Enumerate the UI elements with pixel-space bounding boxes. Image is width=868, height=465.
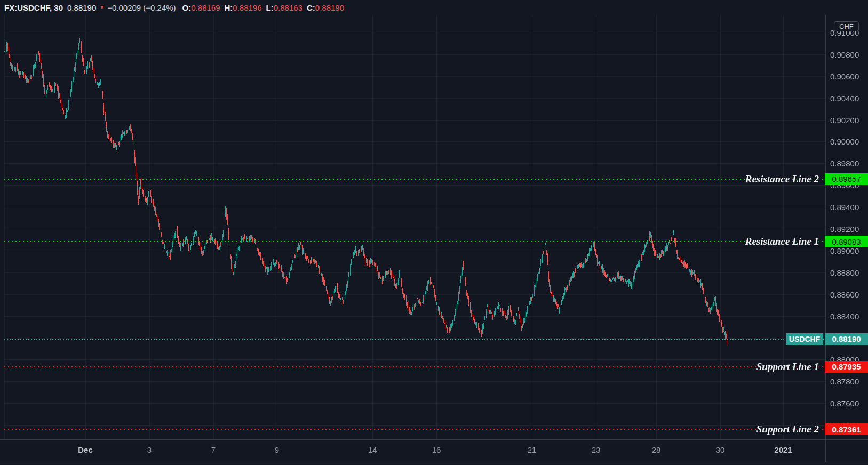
- last-price: 0.88190: [67, 3, 96, 12]
- resistance-line-1-label[interactable]: Resistance Line 1: [745, 236, 819, 247]
- price-change: −0.00209 (−0.24%): [107, 3, 176, 12]
- symbol-info-bar: FX:USDCHF, 30 0.88190 ▼ −0.00209 (−0.24%…: [0, 0, 868, 15]
- price-tick-label: 0.89800: [830, 159, 859, 168]
- time-tick-label-dec: Dec: [78, 445, 93, 454]
- price-tick-label: 0.89200: [830, 225, 859, 234]
- price-tick-label: 0.90400: [830, 93, 859, 102]
- support-line-1-label[interactable]: Support Line 1: [756, 360, 819, 372]
- price-tick-label: 0.88800: [830, 268, 859, 277]
- time-tick-label-23: 23: [592, 445, 601, 454]
- resistance-line-1-line[interactable]: [4, 241, 825, 242]
- time-tick-label-16: 16: [432, 445, 441, 454]
- support-line-2-price-tag: 0.87361: [825, 423, 868, 435]
- time-tick-label-7: 7: [211, 445, 216, 454]
- time-tick-label-3: 3: [147, 445, 152, 454]
- price-tick-label: 0.88600: [830, 290, 859, 299]
- price-tick-label: 0.89400: [830, 203, 859, 212]
- current-price-line: [4, 339, 825, 340]
- time-tick-label-30: 30: [716, 445, 725, 454]
- price-tick-label: 0.90000: [830, 137, 859, 146]
- time-tick-label-28: 28: [652, 445, 661, 454]
- symbol-name-tag: USDCHF: [786, 333, 823, 345]
- symbol-title[interactable]: FX:USDCHF, 30: [4, 3, 63, 12]
- ohlc-values: O:0.88169H:0.88196L:0.88163C:0.88190: [178, 3, 344, 12]
- price-tick-label: 0.90800: [830, 50, 859, 59]
- support-line-2-line[interactable]: [4, 429, 825, 430]
- current-price-tag: 0.88190: [825, 333, 868, 345]
- price-tick-label: 0.88400: [830, 311, 859, 320]
- time-tick-label-2021: 2021: [774, 445, 792, 454]
- ohlc-value-l: 0.88163: [274, 3, 302, 12]
- price-tick-label: 0.87800: [830, 377, 859, 386]
- ohlc-value-h: 0.88196: [233, 3, 261, 12]
- support-line-2-label[interactable]: Support Line 2: [756, 423, 819, 435]
- ohlc-label-l: L:: [266, 3, 274, 12]
- ohlc-label-c: C:: [307, 3, 315, 12]
- time-tick-label-14: 14: [368, 445, 377, 454]
- ohlc-label-h: H:: [225, 3, 233, 12]
- price-tick-label: 0.90200: [830, 115, 859, 124]
- ohlc-label-o: O:: [182, 3, 192, 12]
- resistance-line-2-line[interactable]: [4, 179, 825, 180]
- time-tick-label-21: 21: [528, 445, 537, 454]
- resistance-line-2-price-tag: 0.89657: [825, 173, 868, 185]
- currency-toggle-button[interactable]: CHF: [834, 21, 859, 31]
- resistance-line-2-label[interactable]: Resistance Line 2: [745, 173, 819, 185]
- resistance-line-1-price-tag: 0.89083: [825, 236, 868, 247]
- time-tick-label-9: 9: [275, 445, 279, 454]
- support-line-1-line[interactable]: [4, 366, 825, 367]
- price-tick-label: 0.87600: [830, 399, 859, 408]
- down-triangle-icon: ▼: [99, 5, 105, 10]
- support-line-1-price-tag: 0.87935: [825, 361, 868, 373]
- price-tick-label: 0.89000: [830, 246, 859, 255]
- ohlc-value-o: 0.88169: [191, 3, 220, 12]
- ohlc-value-c: 0.88190: [315, 3, 344, 12]
- candlestick-chart-canvas[interactable]: [0, 0, 868, 465]
- price-tick-label: 0.90600: [830, 71, 859, 81]
